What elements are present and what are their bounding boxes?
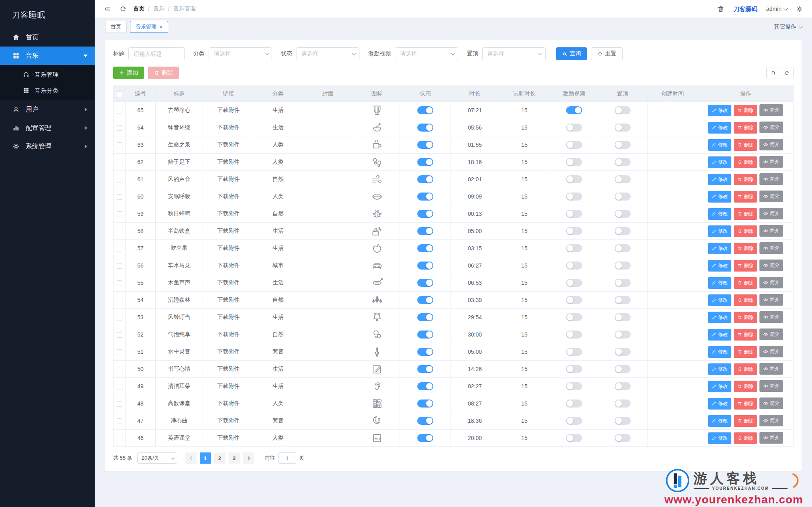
info-button[interactable]: 简介 <box>759 311 783 323</box>
edit-button[interactable]: 修改 <box>708 294 731 306</box>
info-button[interactable]: 简介 <box>759 139 783 150</box>
download-link[interactable]: 下载附件 <box>217 279 240 286</box>
reward-video-toggle[interactable] <box>566 210 582 218</box>
tag-close-icon[interactable]: × <box>159 24 162 30</box>
delete-button[interactable]: 删除 <box>734 398 757 410</box>
status-toggle[interactable] <box>417 348 433 356</box>
delete-button[interactable]: 删除 <box>734 277 757 289</box>
status-toggle[interactable] <box>417 244 433 252</box>
info-button[interactable]: 简介 <box>759 242 783 254</box>
info-button[interactable]: 简介 <box>759 104 783 116</box>
delete-button[interactable]: 删除 <box>734 346 757 358</box>
top-toggle[interactable] <box>615 262 631 270</box>
sidebar-item-users[interactable]: 用户 <box>0 100 95 119</box>
sidebar-item-music[interactable]: 音乐 <box>0 47 95 65</box>
top-toggle[interactable] <box>615 296 631 304</box>
top-toggle[interactable] <box>615 365 631 373</box>
row-checkbox[interactable] <box>117 349 122 355</box>
download-link[interactable]: 下载附件 <box>217 331 240 337</box>
edit-button[interactable]: 修改 <box>708 156 731 168</box>
reward-video-toggle[interactable] <box>566 158 582 166</box>
add-button[interactable]: 添加 <box>113 67 144 79</box>
top-toggle[interactable] <box>615 434 631 442</box>
reward-video-toggle[interactable] <box>566 124 582 132</box>
top-toggle[interactable] <box>615 348 631 356</box>
top-toggle[interactable] <box>615 331 631 339</box>
download-link[interactable]: 下载附件 <box>217 262 240 268</box>
sidebar-item-music-category[interactable]: 音乐分类 <box>0 83 95 99</box>
tag-music-manage[interactable]: 音乐管理 × <box>130 21 168 33</box>
info-button[interactable]: 简介 <box>759 380 783 392</box>
batch-delete-button[interactable]: 删除 <box>148 67 179 79</box>
title-filter-input[interactable] <box>128 47 185 60</box>
status-toggle[interactable] <box>417 158 433 166</box>
info-button[interactable]: 简介 <box>759 173 783 185</box>
download-link[interactable]: 下载附件 <box>217 417 240 424</box>
reward-video-toggle[interactable] <box>566 348 582 356</box>
delete-button[interactable]: 删除 <box>734 415 757 427</box>
download-link[interactable]: 下载附件 <box>217 210 240 217</box>
edit-button[interactable]: 修改 <box>708 346 731 358</box>
edit-button[interactable]: 修改 <box>708 312 731 323</box>
download-link[interactable]: 下载附件 <box>217 434 240 441</box>
download-link[interactable]: 下载附件 <box>217 158 240 165</box>
edit-button[interactable]: 修改 <box>708 191 731 203</box>
info-button[interactable]: 简介 <box>759 260 783 271</box>
top-toggle[interactable] <box>615 279 631 287</box>
status-toggle[interactable] <box>417 331 433 339</box>
delete-button[interactable]: 删除 <box>734 312 757 323</box>
delete-button[interactable]: 删除 <box>734 225 757 237</box>
top-toggle[interactable] <box>615 382 631 390</box>
edit-button[interactable]: 修改 <box>708 329 731 341</box>
top-toggle[interactable] <box>615 227 631 235</box>
reward-video-toggle[interactable] <box>566 382 582 390</box>
reward-video-toggle[interactable] <box>566 365 582 373</box>
edit-button[interactable]: 修改 <box>708 381 731 392</box>
reset-button[interactable]: 重置 <box>591 47 623 60</box>
sidebar-item-system[interactable]: 系统管理 <box>0 137 95 156</box>
download-link[interactable]: 下载附件 <box>217 141 240 148</box>
reward-video-toggle[interactable] <box>566 331 582 339</box>
gear-icon[interactable] <box>796 5 803 13</box>
trash-icon[interactable] <box>717 5 725 13</box>
top-toggle[interactable] <box>615 244 631 252</box>
page-button-2[interactable]: 2 <box>214 452 225 464</box>
page-size-select[interactable]: 20条/页 <box>137 452 177 464</box>
download-link[interactable]: 下载附件 <box>217 176 240 182</box>
delete-button[interactable]: 删除 <box>734 260 757 272</box>
edit-button[interactable]: 修改 <box>708 122 731 134</box>
refresh-icon[interactable] <box>119 5 127 13</box>
reward-video-toggle[interactable] <box>566 279 582 287</box>
download-link[interactable]: 下载附件 <box>217 107 240 113</box>
download-link[interactable]: 下载附件 <box>217 296 240 303</box>
top-toggle[interactable] <box>615 417 631 425</box>
row-checkbox[interactable] <box>117 142 122 148</box>
row-checkbox[interactable] <box>117 436 122 441</box>
info-button[interactable]: 简介 <box>759 329 783 340</box>
edit-button[interactable]: 修改 <box>708 277 731 289</box>
delete-button[interactable]: 删除 <box>734 139 757 151</box>
row-checkbox[interactable] <box>117 263 122 269</box>
reward-video-toggle[interactable] <box>566 313 582 321</box>
row-checkbox[interactable] <box>117 211 122 217</box>
tag-home[interactable]: 首页 <box>105 21 127 33</box>
status-toggle[interactable] <box>417 262 433 270</box>
info-button[interactable]: 简介 <box>759 294 783 306</box>
top-toggle[interactable] <box>615 313 631 321</box>
download-link[interactable]: 下载附件 <box>217 365 240 372</box>
info-button[interactable]: 简介 <box>759 122 783 133</box>
category-select[interactable]: 请选择 <box>209 47 272 60</box>
status-select[interactable]: 请选择 <box>296 47 359 60</box>
info-button[interactable]: 简介 <box>759 156 783 168</box>
status-toggle[interactable] <box>417 313 433 321</box>
reward-video-toggle[interactable] <box>566 106 582 114</box>
row-checkbox[interactable] <box>117 418 122 424</box>
info-button[interactable]: 简介 <box>759 415 783 426</box>
row-checkbox[interactable] <box>117 160 122 165</box>
reward-video-select[interactable]: 请选择 <box>395 47 458 60</box>
query-button[interactable]: 查询 <box>556 47 587 60</box>
row-checkbox[interactable] <box>117 315 122 320</box>
download-link[interactable]: 下载附件 <box>217 193 240 199</box>
download-link[interactable]: 下载附件 <box>217 124 240 130</box>
edit-button[interactable]: 修改 <box>708 432 731 444</box>
